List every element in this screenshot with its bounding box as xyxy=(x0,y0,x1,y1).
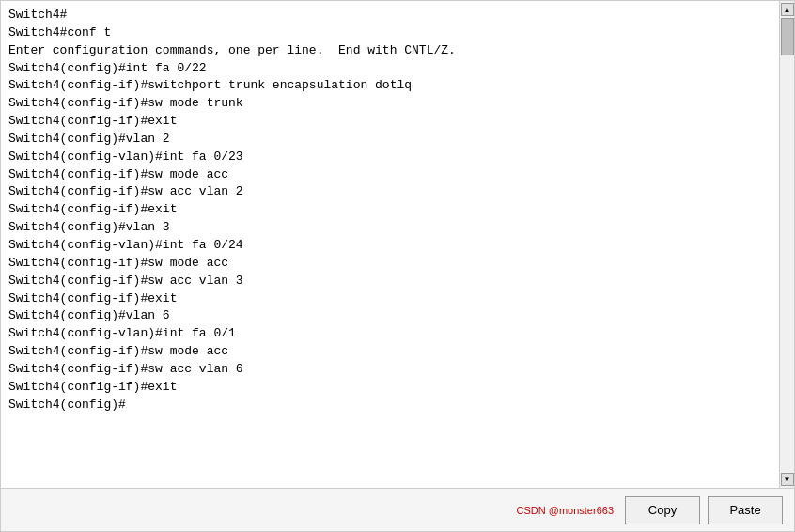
scrollbar-thumb[interactable] xyxy=(781,18,794,55)
terminal-area: Switch4# Switch4#conf t Enter configurat… xyxy=(1,1,794,488)
terminal-text: Switch4# Switch4#conf t Enter configurat… xyxy=(8,7,772,414)
copy-button[interactable]: Copy xyxy=(625,496,700,524)
scrollbar-up-button[interactable]: ▲ xyxy=(781,3,794,16)
scrollbar-track: ▲ ▼ xyxy=(779,1,794,488)
bottom-bar: CSDN @monster663 Copy Paste xyxy=(1,488,794,531)
up-arrow-icon: ▲ xyxy=(784,6,791,14)
scrollbar-down-button[interactable]: ▼ xyxy=(781,473,794,486)
main-container: Switch4# Switch4#conf t Enter configurat… xyxy=(0,0,795,532)
paste-button[interactable]: Paste xyxy=(708,496,783,524)
watermark-text: CSDN @monster663 xyxy=(517,505,614,516)
terminal-content[interactable]: Switch4# Switch4#conf t Enter configurat… xyxy=(1,1,779,488)
down-arrow-icon: ▼ xyxy=(784,476,791,484)
